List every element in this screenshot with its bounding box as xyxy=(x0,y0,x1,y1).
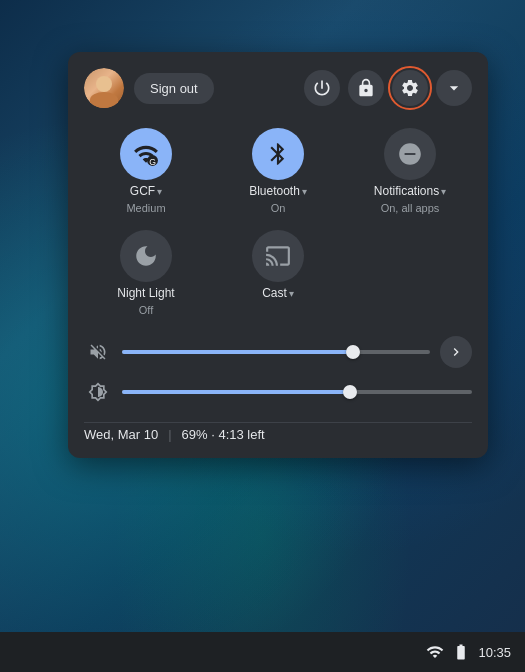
cast-toggle-button[interactable] xyxy=(252,230,304,282)
lock-button[interactable] xyxy=(348,70,384,106)
night-light-sublabel: Off xyxy=(139,304,153,316)
sign-out-button[interactable]: Sign out xyxy=(134,73,214,104)
notifications-dropdown-arrow: ▾ xyxy=(441,186,446,197)
gcf-toggle-button[interactable]: G xyxy=(120,128,172,180)
top-icons xyxy=(304,70,472,106)
expand-button[interactable] xyxy=(436,70,472,106)
power-button[interactable] xyxy=(304,70,340,106)
status-bar: Wed, Mar 10 | 69% · 4:13 left xyxy=(84,422,472,442)
toggle-item-cast: Cast ▾ xyxy=(216,230,340,316)
night-light-label: Night Light xyxy=(117,286,174,300)
bluetooth-toggle-button[interactable] xyxy=(252,128,304,180)
quick-settings-panel: Sign out xyxy=(68,52,488,458)
brightness-slider-track[interactable] xyxy=(122,390,472,394)
bluetooth-icon xyxy=(265,141,291,167)
cast-dropdown-arrow: ▾ xyxy=(289,288,294,299)
svg-text:G: G xyxy=(149,157,156,167)
notifications-label: Notifications ▾ xyxy=(374,184,446,198)
wifi-icon: G xyxy=(133,141,159,167)
toggle-item-notifications: Notifications ▾ On, all apps xyxy=(348,128,472,214)
toggles-row2: Night Light Off Cast ▾ xyxy=(84,230,472,316)
brightness-icon xyxy=(84,378,112,406)
cast-icon xyxy=(265,243,291,269)
toggle-item-bluetooth: Bluetooth ▾ On xyxy=(216,128,340,214)
volume-slider-row xyxy=(84,336,472,368)
volume-next-button[interactable] xyxy=(440,336,472,368)
bluetooth-dropdown-arrow: ▾ xyxy=(302,186,307,197)
cast-label: Cast ▾ xyxy=(262,286,294,300)
brightness-slider-row xyxy=(84,378,472,406)
notifications-toggle-button[interactable] xyxy=(384,128,436,180)
toggle-item-night-light: Night Light Off xyxy=(84,230,208,316)
night-light-icon xyxy=(133,243,159,269)
volume-mute-icon xyxy=(84,338,112,366)
volume-slider-track[interactable] xyxy=(122,350,430,354)
taskbar: 10:35 xyxy=(0,632,525,672)
sliders-section xyxy=(84,336,472,406)
gcf-sublabel: Medium xyxy=(126,202,165,214)
taskbar-time: 10:35 xyxy=(478,645,511,660)
do-not-disturb-icon xyxy=(397,141,423,167)
taskbar-wifi-icon xyxy=(426,643,444,661)
toggle-item-gcf: G GCF ▾ Medium xyxy=(84,128,208,214)
volume-slider-thumb[interactable] xyxy=(346,345,360,359)
bluetooth-sublabel: On xyxy=(271,202,286,214)
toggles-grid: G GCF ▾ Medium Bluetooth ▾ On xyxy=(84,128,472,214)
status-date: Wed, Mar 10 xyxy=(84,427,158,442)
power-icon xyxy=(312,78,332,98)
brightness-slider-thumb[interactable] xyxy=(343,385,357,399)
gcf-label: GCF ▾ xyxy=(130,184,162,198)
gcf-dropdown-arrow: ▾ xyxy=(157,186,162,197)
volume-slider-fill xyxy=(122,350,353,354)
status-divider: | xyxy=(168,427,171,442)
night-light-toggle-button[interactable] xyxy=(120,230,172,282)
notifications-sublabel: On, all apps xyxy=(381,202,440,214)
chevron-down-icon xyxy=(444,78,464,98)
avatar[interactable] xyxy=(84,68,124,108)
chevron-right-icon xyxy=(448,344,464,360)
brightness-slider-fill xyxy=(122,390,350,394)
lock-icon xyxy=(356,78,376,98)
taskbar-battery-icon xyxy=(452,643,470,661)
bluetooth-label: Bluetooth ▾ xyxy=(249,184,307,198)
settings-button[interactable] xyxy=(392,70,428,106)
top-bar: Sign out xyxy=(84,68,472,108)
settings-icon xyxy=(400,78,420,98)
status-battery: 69% · 4:13 left xyxy=(182,427,265,442)
